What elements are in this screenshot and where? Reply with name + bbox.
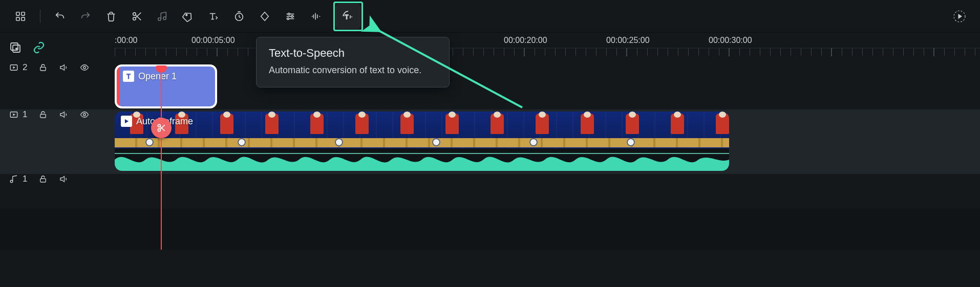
timeline-toolbar: T [0, 0, 980, 33]
lock-icon[interactable] [38, 110, 48, 119]
render-preview-icon[interactable] [948, 5, 971, 28]
scissors-icon[interactable] [125, 5, 148, 28]
tooltip-title: Text-to-Speech [269, 47, 437, 60]
svg-rect-0 [16, 12, 19, 15]
svg-rect-31 [40, 114, 46, 118]
clip-waveform [115, 148, 729, 171]
svg-rect-1 [22, 12, 25, 15]
track-kind-label: 1 [9, 174, 27, 184]
clip-video[interactable]: Auto Reframe [115, 112, 729, 171]
svg-rect-14 [11, 43, 18, 50]
svg-point-11 [287, 17, 289, 19]
time-ruler[interactable]: :00:00 00:00:05:00 00:00:20:00 00:00:25:… [115, 33, 980, 62]
play-badge-icon [121, 116, 132, 127]
track-body[interactable]: T Opener 1 [115, 62, 980, 109]
split-scissors-badge[interactable] [151, 118, 172, 138]
grid-icon[interactable] [9, 5, 32, 28]
sliders-icon[interactable] [279, 5, 302, 28]
track-kind-label: 1 [9, 109, 27, 120]
link-icon[interactable] [33, 41, 45, 54]
clip-thumbnail-strip [115, 112, 729, 147]
track-index: 1 [23, 109, 27, 120]
clip-title-text: Opener 1 [138, 71, 177, 82]
svg-rect-2 [16, 17, 19, 20]
add-media-icon[interactable] [9, 41, 22, 54]
music-note-icon[interactable] [151, 5, 174, 28]
lock-icon[interactable] [38, 63, 48, 72]
text-clip-badge: T [123, 71, 134, 82]
track-header: 2 [0, 62, 115, 73]
playhead[interactable] [161, 65, 162, 250]
eye-icon[interactable] [79, 63, 90, 72]
track-header: 1 [0, 174, 115, 184]
tooltip-body: Automatic conversion of text to voice. [269, 65, 437, 76]
track-header: 1 [0, 109, 115, 120]
ruler-row: :00:00 00:00:05:00 00:00:20:00 00:00:25:… [0, 33, 980, 62]
svg-point-10 [291, 15, 293, 17]
track-row: 2 T Opener 1 [0, 62, 980, 109]
svg-point-7 [186, 14, 187, 15]
track-index: 2 [23, 62, 27, 73]
tooltip-text-to-speech: Text-to-Speech Automatic conversion of t… [256, 37, 450, 87]
redo-icon[interactable] [74, 5, 97, 28]
clip-title: T Opener 1 [123, 71, 177, 82]
toolbar-divider [40, 10, 40, 23]
svg-point-32 [83, 114, 86, 116]
svg-point-29 [83, 67, 86, 69]
track-row: 1 [0, 174, 980, 209]
speaker-icon[interactable] [59, 63, 68, 72]
track-body[interactable]: Auto Reframe [115, 109, 980, 174]
svg-point-9 [288, 13, 290, 15]
svg-rect-35 [40, 179, 46, 182]
svg-point-6 [163, 16, 166, 19]
text-type-icon[interactable] [202, 5, 225, 28]
stopwatch-icon[interactable] [228, 5, 250, 28]
timeline-empty-area[interactable] [0, 209, 980, 250]
timeline-panel: :00:00 00:00:05:00 00:00:20:00 00:00:25:… [0, 33, 980, 250]
text-to-speech-icon[interactable]: T [336, 4, 360, 29]
eye-icon[interactable] [79, 110, 90, 119]
tag-icon[interactable] [177, 5, 199, 28]
track-row: 1 [0, 109, 980, 174]
track-index: 1 [23, 174, 27, 184]
track-body[interactable] [115, 174, 980, 209]
keyframe-icon[interactable] [253, 5, 276, 28]
svg-rect-3 [22, 17, 25, 20]
undo-icon[interactable] [49, 5, 71, 28]
lock-icon[interactable] [38, 174, 48, 184]
track-kind-label: 2 [9, 62, 27, 73]
clip-opener[interactable]: T Opener 1 [115, 64, 217, 108]
tts-highlight: T [333, 2, 363, 31]
trash-icon[interactable] [100, 5, 122, 28]
svg-text:T: T [345, 14, 348, 20]
audio-wave-icon[interactable] [305, 5, 327, 28]
speaker-icon[interactable] [59, 110, 68, 119]
svg-rect-28 [40, 67, 46, 71]
speaker-icon[interactable] [59, 174, 68, 184]
ruler-side-controls [0, 33, 115, 62]
